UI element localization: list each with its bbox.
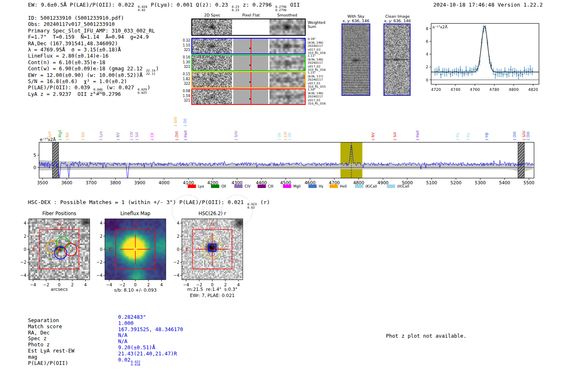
- compass-east: E: [186, 247, 188, 252]
- compass-north: N: [134, 222, 137, 227]
- catalog-match-header: HSC-DEX : Possible Matches = 1 (within +…: [28, 199, 270, 209]
- info-text: Primary Spec_Slot_IFU_AMP: 310_033_002_R…: [28, 28, 155, 34]
- spectrum-xtick: 5200: [451, 180, 462, 185]
- legend-swatch: [188, 185, 196, 188]
- info-text: F=1.7" T=0.159 N̄=1.14 Ā=0.94 g=24.9: [28, 34, 149, 40]
- spec2d-row: [191, 72, 306, 88]
- emission-line-label: { MgII: [58, 130, 62, 141]
- info-line-4: RA,Dec (167.391541,48.346092): [28, 40, 159, 46]
- cutout-xtick: 4: [160, 283, 163, 287]
- emission-line-label: { SiIV: [174, 117, 178, 127]
- legend-swatch: [309, 185, 317, 188]
- emission-line-label: { CII: [150, 133, 154, 141]
- inset-xtick: 4800: [509, 87, 519, 92]
- header-hilo: 0.0240.02: [138, 5, 147, 12]
- spec2d-col-header: Smoothed: [277, 13, 297, 17]
- info-line-10: S/N = 16.8(±0.6) χ² = 1.0(±0.2): [28, 78, 159, 84]
- spectrum-ytick: 5: [33, 153, 36, 158]
- cutout-xtick: −2: [43, 283, 49, 287]
- legend-swatch: [211, 185, 219, 188]
- info-text: ): [156, 65, 159, 72]
- spec2d-strip: [192, 39, 232, 53]
- inset-ytick: 0: [426, 78, 428, 82]
- match-header-text: HSC-DEX : Possible Matches = 1 (within +…: [28, 199, 247, 205]
- spec2d-row-annotation: 0.39"(636, 146)20240117v017_03310_RL_016: [308, 37, 326, 55]
- spectrum-xtick: 3500: [37, 180, 48, 185]
- spectrum-xtick: 5300: [475, 180, 486, 185]
- lo: 0.02: [247, 206, 257, 209]
- pixel-flat-strip: [233, 72, 268, 87]
- legend-label: CIII: [268, 184, 273, 188]
- spectrum-xtick: 4100: [183, 180, 194, 185]
- info-line-6: LineFlux = 2.80(±0.14)e-16: [28, 53, 159, 59]
- match-value: 0.282483": [118, 314, 183, 320]
- info-line-11: P(LAE)/P(OII): 0.039 0.0460.032 (w: 0.02…: [28, 84, 159, 90]
- info-text: Obs: 20240117v017_5001233910: [28, 21, 115, 27]
- smoothed-strip: [269, 19, 305, 35]
- match-value: N/A: [118, 339, 183, 345]
- spec2d-strip: [192, 72, 232, 87]
- spectrum-xtick: 5100: [426, 180, 437, 185]
- match-value: 9.20(±0.51)Å: [118, 345, 183, 351]
- inset-units-annotation: e⁻¹⁷x2Å: [432, 25, 448, 29]
- match-label: P(LAE)/P(OII): [28, 360, 74, 366]
- cutout-xtick: 2: [71, 283, 74, 287]
- match-value: 0.020.0220.018: [118, 357, 183, 366]
- info-line-8: Cont(w) = 6.90(±0.09)e-18 (gmag 22.12 22…: [28, 65, 159, 72]
- emission-line-label: { SiIV: [234, 131, 238, 141]
- cutout-ytick: 2: [177, 234, 179, 239]
- fiber-positions-overlay: −4−4−2−2002244NE: [13, 216, 102, 290]
- legend-label: HeII: [340, 184, 347, 188]
- emission-line-label: { OVI: [175, 131, 179, 141]
- lo: 0.23: [232, 9, 239, 12]
- info-text: (w: 0.027: [103, 84, 137, 90]
- spectrum-ytick: 0: [33, 165, 36, 170]
- spec2d-row: [191, 88, 306, 105]
- inset-ytick: 2: [426, 65, 428, 69]
- spec2d-row: [191, 19, 306, 36]
- hsc-caption-2: EWr: 7, PLAE: 0.021: [190, 293, 235, 298]
- emission-line-label: { SiIV: [522, 131, 526, 141]
- match-label: Photo z: [28, 342, 74, 348]
- info-line-0: ID: 5001233910 (5001233910.pdf): [28, 15, 159, 21]
- aperture-circle: [65, 244, 77, 256]
- cutout-ytick: −4: [96, 273, 102, 278]
- info-hilo: 22.1422.11: [146, 69, 156, 75]
- cutout-ytick: 2: [24, 234, 26, 239]
- spectrum-xtick: 4400: [256, 180, 267, 185]
- legend-label: MgII: [293, 184, 301, 188]
- legend-label: Lyα: [198, 184, 204, 188]
- inset-ytick: 4: [426, 52, 428, 56]
- spec2d-col-header: Pixel Flat: [242, 13, 260, 17]
- cutout-ytick: 4: [24, 221, 26, 225]
- cutout-ytick: 4: [100, 221, 102, 225]
- info-text: Cont(w) = 6.90(±0.09)e-18 (gmag 22.12: [28, 65, 146, 72]
- compass-east: E: [109, 247, 111, 252]
- lineflux-caption: s/b: 8.10 +/- 0.093: [114, 288, 157, 293]
- header-summary: EW: 9.6±0.5Å P(LAE)/P(OII): 0.022 0.0240…: [28, 2, 300, 12]
- inset-xtick: 4820: [528, 87, 538, 92]
- match-table-labels: SeparationMatch scoreRA, DecSpec zPhoto …: [28, 318, 74, 366]
- emission-line-label: { CIV: [283, 131, 288, 141]
- match-value: 167.391525, 48.346170: [118, 327, 183, 333]
- elixer-report: EW: 9.6±0.5Å P(LAE)/P(OII): 0.022 0.0240…: [0, 0, 576, 392]
- match-value: N/A: [118, 332, 183, 339]
- pixel-flat-strip: [233, 56, 268, 70]
- spec2d-strip: [192, 56, 232, 70]
- spec2d-row-left-labels: 0.161.30321: [181, 55, 190, 70]
- legend-swatch: [330, 185, 338, 188]
- fiber-xlabel: arcsecs: [51, 287, 67, 292]
- info-text: ID: 5001233910 (5001233910.pdf): [28, 15, 124, 21]
- emission-line-label: { NV: [371, 132, 375, 141]
- header-hilo: 0.27960.2796: [275, 5, 286, 12]
- spec2d-row: [191, 38, 306, 54]
- info-text: LyA z = 2.9237 OII z = 0.2796: [28, 91, 121, 97]
- smoothed-strip: [269, 72, 305, 87]
- emission-line-label: { SiII: [81, 132, 85, 141]
- pixel-flat-strip: [233, 89, 268, 104]
- cutout-xtick: −4: [30, 283, 36, 287]
- compass-east: E: [33, 247, 35, 252]
- cutout-ytick: −2: [20, 260, 26, 264]
- info-line-1: Obs: 20240117v017_5001233910: [28, 21, 159, 27]
- emission-line-label: { OIII: [513, 132, 517, 141]
